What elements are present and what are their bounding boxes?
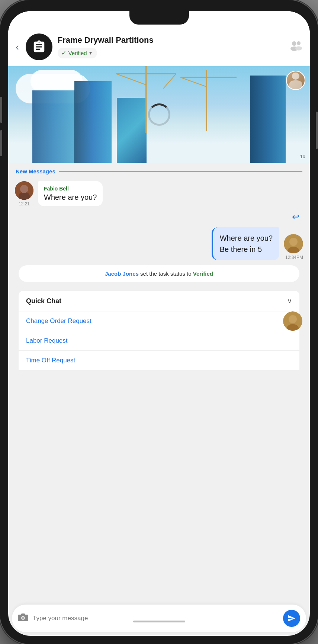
phone-screen: ‹ Frame Drywall Partitions ✓ Verified ▾ [8, 11, 310, 636]
quick-chat-item-3[interactable]: Time Off Request [19, 351, 299, 370]
send-icon [288, 614, 296, 622]
quick-chat-avatar [283, 311, 302, 331]
message-input-bar [12, 605, 306, 632]
message-text: Where are you? [44, 193, 97, 202]
svg-point-2 [297, 41, 301, 45]
clipboard-icon [32, 40, 46, 54]
svg-line-6 [116, 74, 146, 85]
svg-point-22 [22, 617, 25, 619]
quick-chat-item-1[interactable]: Change Order Request [19, 311, 299, 331]
message-text-outgoing-1: Where are you? [220, 233, 273, 244]
quick-chat-chevron-icon: ∨ [287, 297, 292, 305]
new-messages-line [59, 171, 302, 172]
check-icon: ✓ [61, 49, 66, 57]
fabio-avatar-svg [15, 181, 33, 200]
status-action: set the task status to [139, 270, 193, 277]
jacob-avatar-svg [284, 234, 303, 253]
svg-point-18 [289, 315, 297, 323]
outgoing-time: 12:34PM [285, 255, 303, 260]
status-actor: Jacob Jones [105, 270, 139, 277]
person-silhouette [287, 71, 305, 89]
content-area: 1d New Messages [8, 66, 310, 605]
messages-area: 12:21 Fabio Bell Where are you? ↩ Where … [8, 177, 310, 387]
quick-chat-header[interactable]: Quick Chat ∨ [19, 291, 299, 311]
message-outgoing: Where are you? Be there in 5 12:34PM [15, 227, 303, 260]
volume-up-button[interactable] [0, 97, 2, 123]
spacer [15, 375, 303, 383]
status-label: Verified [68, 50, 87, 56]
camera-icon[interactable] [18, 613, 28, 624]
status-notification: Jacob Jones set the task status to Verif… [19, 265, 299, 282]
outgoing-avatar [284, 234, 303, 253]
svg-point-12 [20, 185, 28, 192]
loading-spinner [148, 103, 170, 126]
sender-avatar [15, 181, 33, 200]
silhouette-head [292, 73, 299, 80]
message-bubble-outgoing: Where are you? Be there in 5 [212, 227, 279, 260]
team-icon[interactable] [290, 41, 302, 54]
reply-row: ↩ [15, 212, 303, 222]
task-icon [26, 33, 52, 60]
send-button[interactable] [283, 610, 300, 627]
quick-chat-avatar-svg [283, 311, 302, 331]
svg-point-11 [15, 181, 33, 200]
new-messages-divider: New Messages [8, 163, 310, 177]
back-button[interactable]: ‹ [16, 41, 19, 53]
quick-chat-title: Quick Chat [26, 297, 61, 305]
page-title: Frame Drywall Partitions [58, 35, 285, 45]
image-section: 1d [8, 66, 310, 163]
team-svg [290, 41, 302, 51]
image-avatar [286, 71, 305, 90]
svg-line-10 [180, 77, 206, 87]
sender-avatar-wrap: 12:21 [15, 181, 33, 206]
sender-name: Fabio Bell [44, 186, 97, 192]
volume-down-button[interactable] [0, 130, 2, 156]
chevron-down-icon: ▾ [89, 50, 92, 56]
svg-line-7 [163, 74, 176, 89]
quick-chat-dropdown: Quick Chat ∨ Change Order Request Labor … [19, 291, 299, 370]
reply-icon[interactable]: ↩ [292, 212, 299, 222]
header-info: Frame Drywall Partitions ✓ Verified ▾ [58, 35, 285, 58]
svg-point-0 [292, 41, 296, 46]
message-text-outgoing-2: Be there in 5 [220, 244, 273, 255]
svg-point-3 [295, 46, 302, 50]
new-messages-label: New Messages [16, 168, 55, 174]
svg-point-15 [289, 238, 298, 246]
message-incoming: 12:21 Fabio Bell Where are you? [15, 181, 303, 206]
silhouette-body [289, 80, 302, 89]
svg-point-13 [19, 194, 29, 200]
phone-frame: ‹ Frame Drywall Partitions ✓ Verified ▾ [0, 0, 318, 644]
quick-chat-items: Change Order Request Labor Request Time … [19, 311, 299, 370]
home-indicator [133, 621, 185, 622]
quick-chat-container: Quick Chat ∨ Change Order Request Labor … [19, 291, 299, 370]
notch [129, 11, 189, 25]
message-time: 12:21 [19, 201, 30, 206]
svg-rect-23 [21, 613, 25, 615]
quick-chat-item-2[interactable]: Labor Request [19, 331, 299, 351]
status-badge[interactable]: ✓ Verified ▾ [58, 48, 97, 58]
camera-svg [18, 613, 28, 621]
status-value: Verified [193, 270, 213, 277]
image-timestamp: 1d [300, 154, 305, 159]
outgoing-avatar-wrap: 12:34PM [284, 234, 303, 260]
message-bubble-incoming: Fabio Bell Where are you? [38, 181, 103, 206]
power-button[interactable] [316, 112, 318, 149]
